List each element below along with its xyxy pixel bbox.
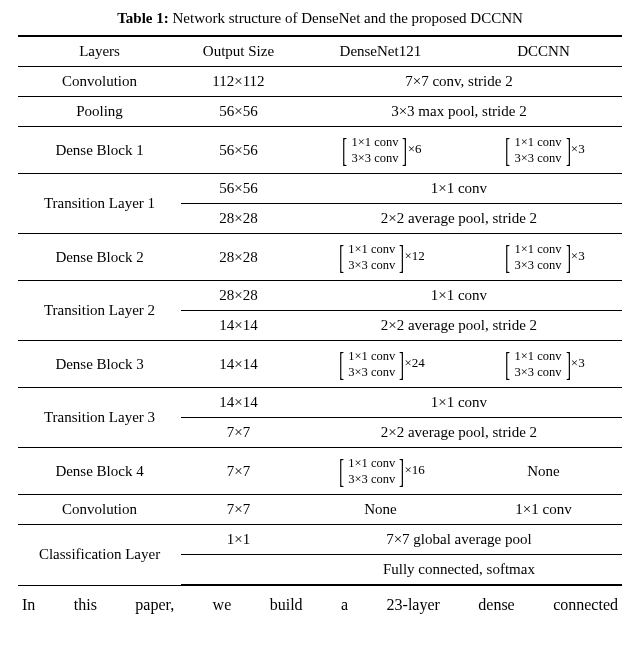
cell-detail: 2×2 average pool, stride 2 xyxy=(296,204,622,234)
cell-size: 56×56 xyxy=(181,127,296,174)
conv-line: 1×1 conv xyxy=(348,455,395,471)
cell-layer: Dense Block 4 xyxy=(18,448,181,495)
conv-line: 1×1 conv xyxy=(515,348,562,364)
cell-densenet: [ 1×1 conv 3×3 conv ] ×24 xyxy=(296,341,465,388)
conv-line: 3×3 conv xyxy=(515,150,562,166)
cell-layer: Transition Layer 3 xyxy=(18,388,181,448)
cell-layer: Convolution xyxy=(18,67,181,97)
cell-size: 28×28 xyxy=(181,204,296,234)
cell-dccnn: [ 1×1 conv 3×3 conv ] ×3 xyxy=(465,341,622,388)
cell-size: 1×1 xyxy=(181,525,296,555)
row-dense-block-2: Dense Block 2 28×28 [ 1×1 conv 3×3 conv … xyxy=(18,234,622,281)
row-pooling: Pooling 56×56 3×3 max pool, stride 2 xyxy=(18,97,622,127)
row-transition-2a: Transition Layer 2 28×28 1×1 conv xyxy=(18,281,622,311)
cell-size: 56×56 xyxy=(181,174,296,204)
open-bracket-icon: [ xyxy=(505,240,510,274)
open-bracket-icon: [ xyxy=(342,133,347,167)
cell-detail: 2×2 average pool, stride 2 xyxy=(296,418,622,448)
table-header-row: Layers Output Size DenseNet121 DCCNN xyxy=(18,36,622,67)
close-bracket-icon: ] xyxy=(399,240,404,274)
cell-size: 14×14 xyxy=(181,388,296,418)
cell-densenet: [ 1×1 conv 3×3 conv ] ×6 xyxy=(296,127,465,174)
row-convolution-2: Convolution 7×7 None 1×1 conv xyxy=(18,495,622,525)
table-caption: Table 1: Network structure of DenseNet a… xyxy=(18,10,622,27)
cell-densenet: [ 1×1 conv 3×3 conv ] ×12 xyxy=(296,234,465,281)
header-output-size: Output Size xyxy=(181,36,296,67)
cell-size: 7×7 xyxy=(181,495,296,525)
cell-layer: Transition Layer 2 xyxy=(18,281,181,341)
cell-size: 7×7 xyxy=(181,418,296,448)
cell-size: 56×56 xyxy=(181,97,296,127)
conv-line: 1×1 conv xyxy=(515,241,562,257)
cell-dccnn: None xyxy=(465,448,622,495)
row-transition-3a: Transition Layer 3 14×14 1×1 conv xyxy=(18,388,622,418)
network-structure-table: Layers Output Size DenseNet121 DCCNN Con… xyxy=(18,35,622,586)
cell-size: 28×28 xyxy=(181,234,296,281)
cell-size: 112×112 xyxy=(181,67,296,97)
cell-dccnn: [ 1×1 conv 3×3 conv ] ×3 xyxy=(465,127,622,174)
header-layers: Layers xyxy=(18,36,181,67)
row-convolution: Convolution 112×112 7×7 conv, stride 2 xyxy=(18,67,622,97)
conv-line: 3×3 conv xyxy=(348,364,395,380)
multiplier: ×24 xyxy=(405,355,425,371)
cell-size: 7×7 xyxy=(181,448,296,495)
row-dense-block-3: Dense Block 3 14×14 [ 1×1 conv 3×3 conv … xyxy=(18,341,622,388)
cell-detail: 1×1 conv xyxy=(296,281,622,311)
open-bracket-icon: [ xyxy=(505,133,510,167)
cell-detail: 2×2 average pool, stride 2 xyxy=(296,311,622,341)
cell-detail: 7×7 conv, stride 2 xyxy=(296,67,622,97)
conv-line: 1×1 conv xyxy=(351,134,398,150)
cell-size: 28×28 xyxy=(181,281,296,311)
cell-detail: 1×1 conv xyxy=(296,174,622,204)
multiplier: ×3 xyxy=(571,141,585,157)
cell-detail: 7×7 global average pool xyxy=(296,525,622,555)
header-densenet: DenseNet121 xyxy=(296,36,465,67)
conv-line: 3×3 conv xyxy=(348,471,395,487)
cell-densenet: None xyxy=(296,495,465,525)
multiplier: ×3 xyxy=(571,355,585,371)
cell-layer: Dense Block 2 xyxy=(18,234,181,281)
trailing-paragraph: In this paper, we build a 23-layer dense… xyxy=(18,596,622,614)
open-bracket-icon: [ xyxy=(339,347,344,381)
cell-layer: Pooling xyxy=(18,97,181,127)
header-dccnn: DCCNN xyxy=(465,36,622,67)
cell-densenet: [ 1×1 conv 3×3 conv ] ×16 xyxy=(296,448,465,495)
close-bracket-icon: ] xyxy=(403,133,408,167)
cell-detail: 1×1 conv xyxy=(296,388,622,418)
row-classification-a: Classification Layer 1×1 7×7 global aver… xyxy=(18,525,622,555)
close-bracket-icon: ] xyxy=(566,133,571,167)
cell-detail: 3×3 max pool, stride 2 xyxy=(296,97,622,127)
cell-size: 14×14 xyxy=(181,341,296,388)
cell-size xyxy=(181,555,296,586)
multiplier: ×12 xyxy=(405,248,425,264)
caption-label: Table 1: xyxy=(117,10,169,26)
open-bracket-icon: [ xyxy=(339,240,344,274)
conv-line: 1×1 conv xyxy=(348,348,395,364)
conv-line: 1×1 conv xyxy=(515,134,562,150)
cell-size: 14×14 xyxy=(181,311,296,341)
close-bracket-icon: ] xyxy=(566,240,571,274)
row-dense-block-4: Dense Block 4 7×7 [ 1×1 conv 3×3 conv ] … xyxy=(18,448,622,495)
cell-layer: Transition Layer 1 xyxy=(18,174,181,234)
multiplier: ×6 xyxy=(408,141,422,157)
cell-layer: Dense Block 3 xyxy=(18,341,181,388)
row-dense-block-1: Dense Block 1 56×56 [ 1×1 conv 3×3 conv … xyxy=(18,127,622,174)
row-transition-1a: Transition Layer 1 56×56 1×1 conv xyxy=(18,174,622,204)
conv-line: 1×1 conv xyxy=(348,241,395,257)
cell-detail: Fully connected, softmax xyxy=(296,555,622,586)
cell-layer: Classification Layer xyxy=(18,525,181,586)
cell-layer: Convolution xyxy=(18,495,181,525)
cell-dccnn: 1×1 conv xyxy=(465,495,622,525)
close-bracket-icon: ] xyxy=(399,454,404,488)
open-bracket-icon: [ xyxy=(339,454,344,488)
open-bracket-icon: [ xyxy=(505,347,510,381)
multiplier: ×3 xyxy=(571,248,585,264)
conv-line: 3×3 conv xyxy=(515,257,562,273)
close-bracket-icon: ] xyxy=(399,347,404,381)
conv-line: 3×3 conv xyxy=(351,150,398,166)
cell-layer: Dense Block 1 xyxy=(18,127,181,174)
multiplier: ×16 xyxy=(405,462,425,478)
caption-text: Network structure of DenseNet and the pr… xyxy=(169,10,523,26)
conv-line: 3×3 conv xyxy=(348,257,395,273)
conv-line: 3×3 conv xyxy=(515,364,562,380)
